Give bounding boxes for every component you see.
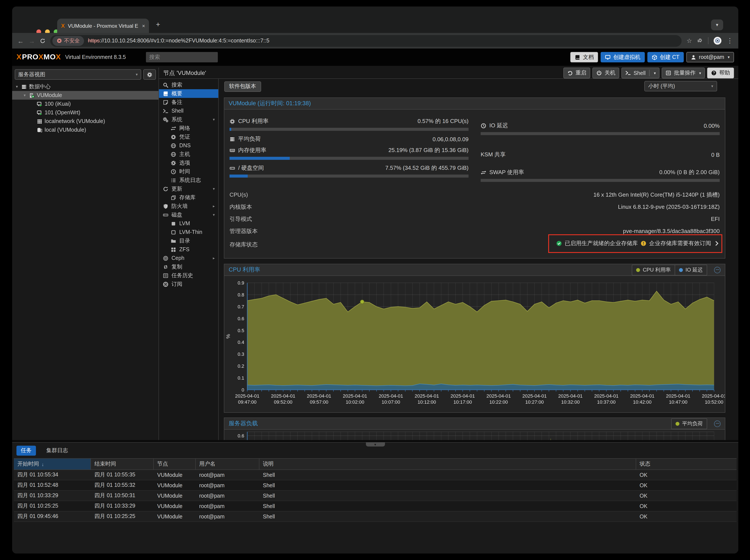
caret-down-icon[interactable]: ▾ (22, 93, 27, 97)
collapse-icon[interactable] (714, 266, 721, 273)
global-search-input[interactable] (146, 52, 218, 62)
panel-splitter[interactable] (12, 440, 738, 442)
user-menu-button[interactable]: root@pam ▾ (686, 52, 734, 62)
menu-item[interactable]: 概要 (159, 89, 218, 98)
collapse-icon[interactable] (714, 420, 721, 427)
table-row[interactable]: 四月 01 10:25:25四月 01 10:33:29VUModuleroot… (14, 501, 736, 512)
menu-item[interactable]: 存储库 (159, 193, 218, 202)
menu-item[interactable]: LVM (159, 219, 218, 228)
time-range-select[interactable]: 小时 (平均) ▾ (644, 81, 717, 92)
legend-item[interactable]: IO 延迟 (675, 265, 707, 275)
ok-check-icon (556, 240, 562, 246)
column-header[interactable]: 用户名 (196, 459, 259, 469)
security-badge[interactable]: 不安全 (53, 36, 84, 46)
menu-item[interactable]: DNS (159, 141, 218, 150)
menu-item[interactable]: 网络 (159, 124, 218, 133)
menu-item[interactable]: Ceph▸ (159, 254, 218, 262)
profile-avatar[interactable] (714, 37, 722, 45)
resource-tree-pane: 服务器视图 ▾ ▾数据中心▾VUModule100 (iKuai)101 (Op… (12, 67, 159, 440)
tab-tasks[interactable]: 任务 (17, 446, 36, 456)
menu-item[interactable]: 更新▾ (159, 184, 218, 193)
forward-icon[interactable]: → (28, 37, 35, 44)
menu-item[interactable]: 复制 (159, 262, 218, 271)
menu-item[interactable]: LVM-Thin (159, 228, 218, 237)
menu-item[interactable]: 主机 (159, 150, 218, 159)
menu-item[interactable]: Shell (159, 106, 218, 115)
splitter-handle[interactable]: ▼ (366, 442, 385, 446)
repo-status-value[interactable]: 已启用生产就绪的企业存储库企业存储库需要有效订阅 (556, 240, 720, 247)
caret-down-icon[interactable]: ▾ (15, 84, 19, 89)
table-row[interactable]: 四月 01 10:55:34四月 01 10:55:35VUModuleroot… (14, 470, 736, 480)
table-row[interactable]: 四月 01 10:33:29四月 01 10:50:31VUModuleroot… (14, 491, 736, 501)
info-label: 引导模式 (229, 215, 252, 223)
tab-close-icon[interactable]: × (142, 23, 145, 29)
reload-icon[interactable] (40, 38, 45, 43)
menu-item[interactable]: 选项 (159, 159, 218, 167)
tree-item[interactable]: ▾VUModule (12, 91, 159, 100)
column-header[interactable]: 节点 (154, 459, 196, 469)
caret-down-icon[interactable]: ▾ (213, 117, 215, 122)
bookmark-star-icon[interactable]: ☆ (687, 37, 692, 44)
table-cell: 四月 01 10:55:35 (91, 471, 154, 479)
task-panel: ▼ 任务 集群日志 开始时间↓结束时间节点用户名说明状态四月 01 10:55:… (12, 442, 738, 554)
url-bar[interactable]: 不安全 https://10.10.10.254:8006/#v1:0:=nod… (50, 35, 682, 46)
user-label: root@pam (699, 54, 724, 60)
cpu-chart[interactable]: 00.10.20.30.40.50.60.70.80.92025-04-0109… (224, 276, 725, 412)
browser-menu-icon[interactable]: ⋮ (727, 37, 733, 45)
chevron-down-icon: ▾ (711, 84, 713, 88)
menu-item[interactable]: 防火墙▸ (159, 202, 218, 211)
menu-item[interactable]: 系统日志 (159, 176, 218, 184)
new-tab-button[interactable]: + (156, 20, 160, 29)
menu-item[interactable]: 时间 (159, 167, 218, 176)
create-vm-button[interactable]: 创建虚拟机 (601, 52, 645, 62)
menu-item-label: Ceph (171, 255, 210, 261)
node-action-button[interactable]: Shell▾ (622, 67, 660, 78)
column-header[interactable]: 状态 (636, 459, 736, 469)
node-action-button[interactable]: 关机 (592, 67, 619, 78)
tree-item[interactable]: localnetwork (VUModule) (12, 117, 159, 126)
menu-item[interactable]: 任务历史 (159, 271, 218, 280)
menu-item[interactable]: 目录 (159, 237, 218, 245)
tree-item[interactable]: local (VUModule) (12, 126, 159, 134)
browser-tab[interactable]: X VUModule - Proxmox Virtual E × (57, 19, 149, 33)
tree-item[interactable]: 100 (iKuai) (12, 100, 159, 108)
create-ct-button[interactable]: 创建 CT (647, 52, 684, 62)
menu-item[interactable]: 系统▾ (159, 115, 218, 124)
chevron-down-icon: ▾ (136, 72, 138, 77)
menu-item[interactable]: 凭证 (159, 133, 218, 141)
extensions-icon[interactable] (697, 38, 703, 43)
column-header[interactable]: 结束时间 (91, 459, 154, 469)
menu-item[interactable]: 订阅 (159, 280, 218, 288)
tree-settings-button[interactable] (143, 69, 156, 80)
tree-item[interactable]: 101 (OpenWrt) (12, 108, 159, 117)
legend-item[interactable]: CPU 利用率 (632, 265, 675, 275)
table-row[interactable]: 四月 01 10:52:48四月 01 10:55:32VUModuleroot… (14, 480, 736, 491)
caret-down-icon[interactable]: ▾ (213, 213, 215, 217)
menu-item[interactable]: 搜索 (159, 81, 218, 89)
legend-item[interactable]: 平均负荷 (672, 419, 707, 428)
legend-label: IO 延迟 (686, 266, 703, 274)
back-icon[interactable]: ← (17, 37, 24, 44)
column-header[interactable]: 开始时间↓ (14, 459, 91, 469)
menu-item[interactable]: 备注 (159, 98, 218, 106)
svg-text:2025-04-01: 2025-04-01 (343, 393, 367, 399)
node-action-button[interactable]: 重启 (563, 67, 590, 78)
caret-down-icon[interactable]: ▾ (213, 187, 215, 191)
tree-item[interactable]: ▾数据中心 (12, 82, 159, 91)
chevron-right-icon[interactable] (714, 240, 720, 246)
menu-item[interactable]: 磁盘▾ (159, 211, 218, 219)
column-header[interactable]: 说明 (259, 459, 636, 469)
caret-right-icon[interactable]: ▸ (213, 256, 215, 260)
content-scroll[interactable]: VUModule (运行时间: 01:19:38) CPU 利用率0.57% 的… (219, 94, 738, 453)
menu-item[interactable]: ZFS (159, 245, 218, 254)
table-row[interactable]: 四月 01 09:45:46四月 01 10:25:25VUModuleroot… (14, 512, 736, 522)
tab-cluster-log[interactable]: 集群日志 (42, 446, 72, 456)
view-select[interactable]: 服务器视图 ▾ (15, 69, 141, 80)
docs-button[interactable]: 文档 (570, 52, 598, 62)
tab-overflow-button[interactable]: ▾ (711, 19, 723, 30)
node-action-button[interactable]: 帮助 (707, 67, 734, 78)
node-action-button[interactable]: 批量操作▾ (662, 67, 705, 78)
caret-right-icon[interactable]: ▸ (213, 204, 215, 208)
book-icon (162, 91, 168, 96)
package-versions-button[interactable]: 软件包版本 (224, 81, 261, 92)
